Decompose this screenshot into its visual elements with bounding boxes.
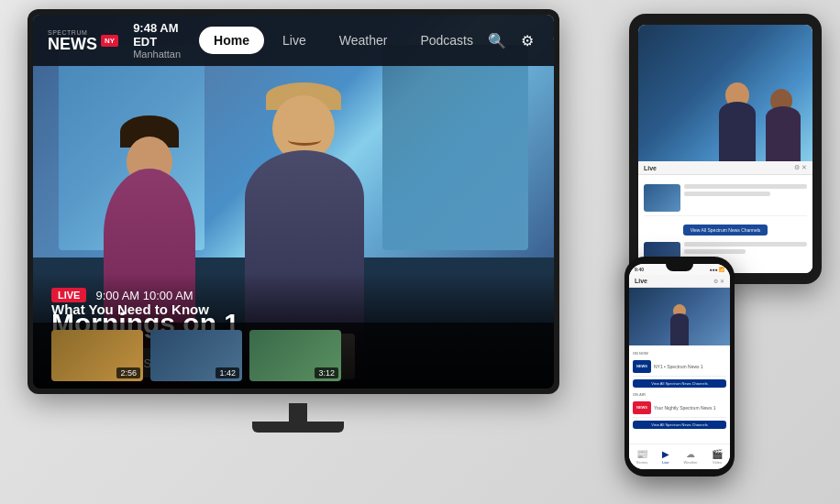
tv-screen: SPECTRUM NEWS NY 9:48 AM EDT Manhattan H… <box>33 15 554 389</box>
tv-time-location: 9:48 AM EDT Manhattan <box>133 21 181 60</box>
tablet-anchor2-body <box>766 106 801 161</box>
phone-channel-name-2: Your Nightly Spectrum News 1 <box>654 405 726 411</box>
live-label: Live <box>662 460 669 465</box>
phone-screen: 9:40 ●●● 📶 Live ⚙ ✕ <box>629 264 730 469</box>
tablet-row-1 <box>644 181 807 216</box>
phone-channel-name-1: NY1 • Spectrum News 1 <box>654 364 726 369</box>
phone-nav-label: Live <box>635 278 647 284</box>
phone-nav-icons-sm: ⚙ ✕ <box>713 278 724 284</box>
anchor-main-smile <box>288 135 321 146</box>
tablet-screen: Live ⚙ ✕ View All Spectrum News Channels <box>638 25 812 273</box>
section-label: What You Need to Know <box>51 301 536 317</box>
phone-tab-video[interactable]: 🎬 Video <box>712 449 723 465</box>
duration-3: 3:12 <box>315 367 338 378</box>
tablet-thumb-1 <box>644 184 680 212</box>
video-icon: 🎬 <box>712 449 723 459</box>
phone-bottom-tab-bar: 📰 Stories ▶ Live ☁ Weather 🎬 Video <box>629 444 730 469</box>
weather-cloud-icon: ⛅ <box>552 29 554 51</box>
phone-tab-weather[interactable]: ☁ Weather <box>684 449 698 465</box>
phone-channel-row-1: NEWS NY1 • Spectrum News 1 <box>633 357 726 377</box>
nav-item-home[interactable]: Home <box>199 27 264 54</box>
logo-spectrum-text: SPECTRUM NEWS <box>48 29 97 52</box>
tablet-broadcast <box>638 25 812 161</box>
duration-2: 1:42 <box>216 367 239 378</box>
tablet-text-line-4 <box>684 249 746 254</box>
tablet-frame: Live ⚙ ✕ View All Spectrum News Channels <box>629 14 822 284</box>
thumbnail-row: 2:56 1:42 3:12 <box>51 330 536 381</box>
phone-view-btn-2[interactable]: View All Spectrum News Channels <box>633 421 726 429</box>
search-icon[interactable]: 🔍 <box>488 32 506 49</box>
duration-1: 2:56 <box>116 367 140 378</box>
thumbnail-3[interactable]: 3:12 <box>249 330 341 381</box>
phone-anchor-body <box>670 313 689 345</box>
phone-signal-icons: ●●● 📶 <box>710 267 724 272</box>
logo-ny-badge: NY <box>101 35 118 47</box>
tablet-device: Live ⚙ ✕ View All Spectrum News Channels <box>629 14 822 289</box>
phone-broadcast <box>629 288 730 345</box>
tablet-text-block-1 <box>684 184 807 212</box>
tv-stand-neck <box>289 403 307 422</box>
phone-view-btn-1[interactable]: View All Spectrum News Channels <box>633 379 726 388</box>
phone-tab-live[interactable]: ▶ Live <box>662 449 669 465</box>
phone-channel-row-2: NEWS Your Nightly Spectrum News 1 <box>633 399 726 418</box>
on-now-label: ON NOW <box>633 349 726 357</box>
on-air-label: ON AIR <box>633 390 726 399</box>
live-badge: LIVE <box>51 288 86 302</box>
nav-item-live[interactable]: Live <box>268 27 321 54</box>
stories-icon: 📰 <box>636 449 647 459</box>
tv-frame: SPECTRUM NEWS NY 9:48 AM EDT Manhattan H… <box>28 9 559 394</box>
phone-logo-box-2: NEWS <box>633 401 651 414</box>
nav-item-weather[interactable]: Weather <box>325 27 403 54</box>
tablet-text-line-1 <box>684 184 807 189</box>
tv-location: Manhattan <box>133 49 181 60</box>
tablet-text-line-2 <box>684 192 770 196</box>
section-below: What You Need to Know <box>33 301 554 317</box>
tablet-nav-label: Live <box>644 165 657 171</box>
tablet-nav-bar: Live ⚙ ✕ <box>638 161 812 175</box>
live-bar: LIVE 9:00 AM 10:00 AM <box>51 288 536 302</box>
tv-stand-base <box>252 422 344 433</box>
tv-weather-widget: ⛅ 86° Manhattan, NY <box>552 18 554 61</box>
video-label: Video <box>713 460 722 465</box>
scene: SPECTRUM NEWS NY 9:48 AM EDT Manhattan H… <box>0 0 840 504</box>
tv-time: 9:48 AM EDT <box>133 21 181 49</box>
tv-logo: SPECTRUM NEWS NY <box>48 29 118 52</box>
thumbnail-2[interactable]: 1:42 <box>150 330 242 381</box>
nav-icons: 🔍 ⚙ <box>488 32 534 49</box>
phone-nav-bar: Live ⚙ ✕ <box>629 275 730 288</box>
phone-logo-text-2: NEWS <box>636 405 647 410</box>
phone-device: 9:40 ●●● 📶 Live ⚙ ✕ <box>624 257 735 477</box>
phone-logo-box-1: NEWS <box>633 360 651 373</box>
phone-logo-text-1: NEWS <box>636 364 647 368</box>
tv-navigation-bar: SPECTRUM NEWS NY 9:48 AM EDT Manhattan H… <box>33 15 554 66</box>
thumbnail-1[interactable]: 2:56 <box>51 330 143 381</box>
tablet-view-all-btn-1[interactable]: View All Spectrum News Channels <box>683 225 768 236</box>
tablet-anchor-main <box>714 88 760 161</box>
bg-screen-right <box>382 45 528 250</box>
tablet-anchor-2 <box>763 93 804 161</box>
live-icon: ▶ <box>662 449 669 459</box>
phone-tab-stories[interactable]: 📰 Stories <box>636 449 647 465</box>
phone-notch <box>666 264 693 271</box>
tv-device: SPECTRUM NEWS NY 9:48 AM EDT Manhattan H… <box>28 9 569 449</box>
phone-anchor <box>666 304 693 345</box>
tablet-text-line-3 <box>684 242 807 247</box>
settings-icon[interactable]: ⚙ <box>521 32 534 49</box>
time-range: 9:00 AM 10:00 AM <box>95 289 193 302</box>
tv-stand <box>252 403 344 449</box>
stories-label: Stories <box>636 460 647 465</box>
nav-item-podcasts[interactable]: Podcasts <box>405 27 488 54</box>
weather-tab-label: Weather <box>684 460 698 465</box>
tv-nav-items: Home Live Weather Podcasts <box>199 27 488 54</box>
thumbnails-section: 2:56 1:42 3:12 <box>33 323 554 389</box>
weather-tab-icon: ☁ <box>686 449 695 459</box>
phone-time: 9:40 <box>635 267 644 272</box>
tablet-nav-icons: ⚙ ✕ <box>794 164 807 171</box>
phone-frame: 9:40 ●●● 📶 Live ⚙ ✕ <box>624 257 735 477</box>
tablet-anchor-main-body <box>719 102 756 161</box>
phone-content: ON NOW NEWS NY1 • Spectrum News 1 View A… <box>629 345 730 435</box>
